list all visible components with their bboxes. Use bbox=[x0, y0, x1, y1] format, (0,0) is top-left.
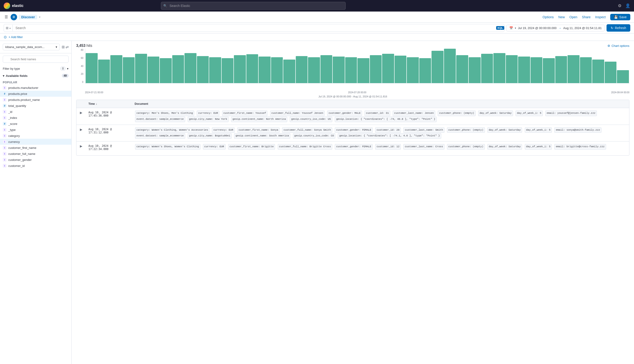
chart-bar bbox=[580, 57, 592, 83]
filter-toggle-button[interactable]: ⊙ bbox=[4, 35, 7, 39]
popular-label: Popular bbox=[0, 80, 71, 85]
chart-bar bbox=[530, 57, 542, 83]
chart-options-label: Chart options bbox=[612, 44, 630, 48]
share-link[interactable]: Share bbox=[582, 15, 590, 19]
date-from: Jul 19, 2024 @ 00:00:00.000 bbox=[518, 26, 556, 30]
row-time: Aug 10, 2024 @17:45:36.000 bbox=[86, 108, 132, 125]
field-name: currency bbox=[8, 140, 20, 144]
chart-bar bbox=[110, 55, 122, 83]
hits-count: 3,453 hits bbox=[76, 44, 92, 48]
field-type-text-icon: t bbox=[3, 158, 6, 162]
chart-bar bbox=[494, 53, 506, 83]
data-view-selector[interactable]: kibana_sample_data_ecom... ▾ bbox=[3, 44, 60, 50]
field-item-type[interactable]: t _type bbox=[0, 127, 71, 133]
add-filter-link[interactable]: + Add filter bbox=[8, 35, 23, 39]
new-link[interactable]: New bbox=[558, 15, 565, 19]
filter-by-type[interactable]: Filter by type 0 ▾ bbox=[0, 65, 71, 72]
discover-breadcrumb[interactable]: Discover bbox=[19, 15, 37, 20]
grid-icon[interactable]: ⊞ bbox=[62, 45, 65, 49]
field-item-products-product-name[interactable]: t products.product_name bbox=[0, 97, 71, 103]
field-item-customer-first-name[interactable]: t customer_first_name bbox=[0, 145, 71, 151]
chart-bar bbox=[506, 55, 518, 83]
chart-bar bbox=[370, 55, 382, 83]
field-item-products-manufacturer[interactable]: t products.manufacturer bbox=[0, 85, 71, 91]
save-button[interactable]: 💾 Save bbox=[610, 14, 630, 20]
available-fields-header[interactable]: ▾ Available fields 49 bbox=[0, 72, 71, 80]
field-item-customer-id[interactable]: t customer_id bbox=[0, 163, 71, 169]
chart-bar bbox=[197, 56, 209, 83]
field-name: products.product_name bbox=[8, 98, 40, 102]
field-type-text-icon: t bbox=[3, 134, 6, 138]
inspect-link[interactable]: Inspect bbox=[595, 15, 606, 19]
row-expand-button[interactable]: ▶ bbox=[76, 142, 86, 155]
settings-icon: ⚙ bbox=[608, 44, 610, 48]
field-item-customer-gender[interactable]: t customer_gender bbox=[0, 157, 71, 163]
row-document: category: Men's Shoes, Men's Clothing cu… bbox=[132, 108, 629, 125]
filter-by-type-label: Filter by type bbox=[3, 67, 20, 70]
filter-icon: ⊙ bbox=[4, 35, 7, 39]
app-bar: ☰ D Discover ▾ Options New Open Share In… bbox=[0, 12, 634, 22]
chart-bar bbox=[592, 60, 604, 83]
save-label: Save bbox=[619, 15, 626, 19]
chart-bar bbox=[135, 54, 147, 83]
elastic-logo[interactable]: ⚡ elastic bbox=[4, 2, 24, 9]
field-type-text-icon: t bbox=[3, 128, 6, 132]
field-type-number-icon: # bbox=[3, 122, 6, 126]
hamburger-button[interactable]: ☰ bbox=[4, 14, 9, 20]
available-fields-count: 49 bbox=[62, 74, 68, 78]
open-link[interactable]: Open bbox=[569, 15, 577, 19]
row-expand-button[interactable]: ▶ bbox=[76, 125, 86, 142]
chart-bar bbox=[555, 56, 567, 83]
field-item-index[interactable]: t _index bbox=[0, 115, 71, 121]
field-name: customer_first_name bbox=[8, 146, 36, 150]
date-picker[interactable]: 📅 ▾ Jul 19, 2024 @ 00:00:00.000 → Aug 11… bbox=[506, 25, 605, 32]
field-item-score[interactable]: # _score bbox=[0, 121, 71, 127]
settings-icon[interactable]: ⚙ bbox=[618, 3, 622, 8]
field-item-customer-full-name[interactable]: t customer_full_name bbox=[0, 151, 71, 157]
available-fields-label: Available fields bbox=[6, 74, 28, 78]
field-name: customer_full_name bbox=[8, 152, 35, 156]
results-table: Time ↓ Document ▶ Aug 10, 2024 @17:45:36… bbox=[76, 100, 630, 156]
chart-bar bbox=[123, 57, 135, 83]
field-item-id[interactable]: t _id bbox=[0, 109, 71, 115]
field-name: total_quantity bbox=[8, 104, 26, 108]
date-arrow: → bbox=[558, 26, 562, 30]
field-item-total-quantity[interactable]: # total_quantity bbox=[0, 103, 71, 109]
field-type-text-icon: t bbox=[3, 152, 6, 156]
row-expand-button[interactable]: ▶ bbox=[76, 108, 86, 125]
field-item-currency[interactable]: t currency bbox=[0, 139, 71, 145]
chart-bar bbox=[172, 55, 184, 83]
field-type-text-icon: t bbox=[3, 98, 6, 102]
chart-bar bbox=[419, 58, 431, 83]
kql-badge[interactable]: KQL bbox=[496, 26, 504, 30]
search-input[interactable] bbox=[13, 24, 496, 32]
chart-bar bbox=[258, 56, 270, 83]
row-time: Aug 10, 2024 @17:22:34.000 bbox=[86, 142, 132, 155]
global-search-bar[interactable]: 🔍 bbox=[161, 2, 346, 10]
user-icon[interactable]: 👤 bbox=[625, 3, 630, 8]
options-link[interactable]: Options bbox=[542, 15, 554, 19]
table-header-expand bbox=[76, 100, 86, 108]
chart-options-button[interactable]: ⚙ Chart options bbox=[608, 44, 630, 48]
field-item-products-price[interactable]: # products.price bbox=[0, 91, 71, 97]
field-item-category[interactable]: t category bbox=[0, 133, 71, 139]
chart-bar bbox=[469, 57, 481, 83]
hits-number: 3,453 bbox=[76, 44, 86, 48]
global-search-input[interactable] bbox=[161, 2, 346, 10]
chart-bar bbox=[209, 57, 221, 83]
refresh-button[interactable]: ↻ Refresh bbox=[606, 24, 630, 32]
table-header-time[interactable]: Time ↓ bbox=[86, 100, 132, 108]
table-header-document: Document bbox=[132, 100, 629, 108]
sort-icon: ↓ bbox=[96, 102, 97, 106]
sidebar: kibana_sample_data_ecom... ▾ ⊞ ⇄ 🔍 Filte… bbox=[0, 41, 72, 364]
chart-bar bbox=[296, 56, 308, 83]
date-to: Aug 11, 2024 @ 01:54:11.81 bbox=[563, 26, 602, 30]
chart-bar bbox=[234, 55, 246, 83]
chart-bar bbox=[308, 57, 320, 83]
content-area: 3,453 hits ⚙ Chart options 80 60 40 20 0 bbox=[72, 41, 634, 364]
columns-icon[interactable]: ⇄ bbox=[66, 45, 68, 49]
search-filter-icon[interactable]: ⊞ ▾ bbox=[4, 25, 13, 31]
elastic-logo-icon: ⚡ bbox=[4, 2, 10, 9]
chart-subtitle: Jul 19, 2024 @ 00:00:00.000 - Aug 11, 20… bbox=[76, 95, 630, 98]
field-search-input[interactable] bbox=[3, 56, 68, 63]
